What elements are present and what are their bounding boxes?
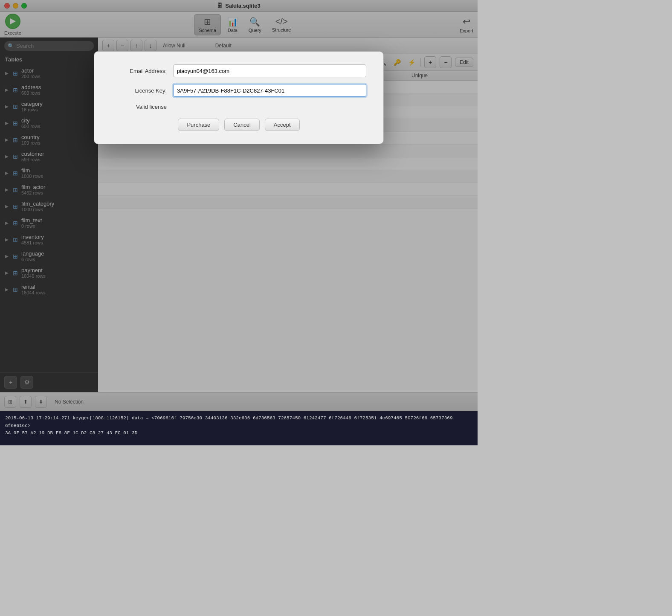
status-label: Valid license bbox=[111, 104, 167, 110]
status-row: Valid license bbox=[111, 104, 366, 110]
accept-button[interactable]: Accept bbox=[265, 119, 300, 131]
license-input[interactable] bbox=[173, 84, 366, 97]
log-line-2: 3A 9F 57 A2 19 DB F8 8F 1C D2 C8 27 43 F… bbox=[5, 430, 472, 437]
modal-overlay: Email Address: License Key: Valid licens… bbox=[0, 0, 478, 411]
log-area: 2015-06-13 17:29:14.271 keygen[1808:1126… bbox=[0, 411, 478, 445]
license-modal: Email Address: License Key: Valid licens… bbox=[94, 51, 384, 144]
email-label: Email Address: bbox=[111, 68, 167, 74]
modal-buttons: Purchase Cancel Accept bbox=[111, 119, 366, 131]
log-line-3 bbox=[5, 437, 472, 445]
purchase-button[interactable]: Purchase bbox=[178, 119, 219, 131]
email-row: Email Address: bbox=[111, 64, 366, 77]
log-line-1: 2015-06-13 17:29:14.271 keygen[1808:1126… bbox=[5, 415, 472, 430]
license-label: License Key: bbox=[111, 87, 167, 94]
cancel-button[interactable]: Cancel bbox=[224, 119, 259, 131]
license-row: License Key: bbox=[111, 84, 366, 97]
log-line-4: 2015-06-13 17:29:14.271 keygen[1808:1126… bbox=[5, 445, 472, 445]
email-input[interactable] bbox=[173, 64, 366, 77]
